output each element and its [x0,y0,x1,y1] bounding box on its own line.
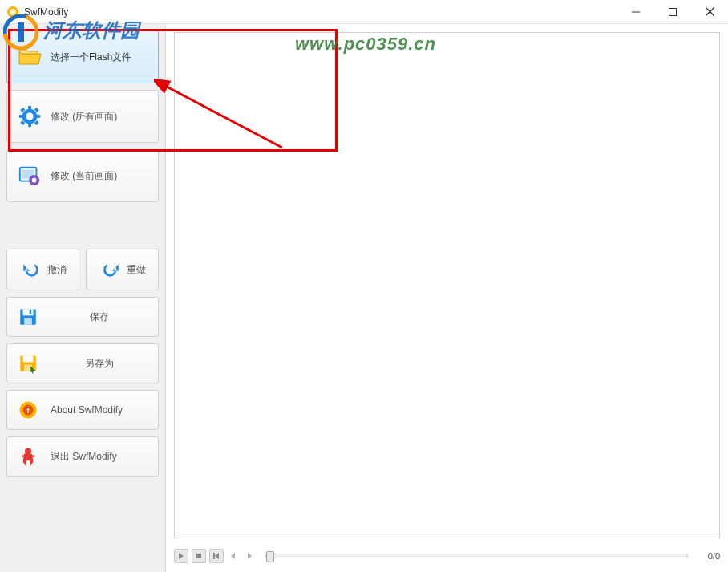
frame-counter: 0/0 [698,551,720,561]
main-area: 选择一个Flash文件 修改 (所有画面) [0,24,728,572]
svg-rect-32 [196,554,201,558]
exit-icon [17,445,39,468]
modify-current-button[interactable]: 修改 (当前画面) [6,149,159,202]
folder-icon [17,44,42,70]
window-title: SwfModify [24,6,68,18]
save-as-icon [17,352,39,375]
play-button[interactable] [174,549,188,563]
stop-button[interactable] [192,549,206,563]
svg-rect-21 [23,309,34,315]
save-as-button[interactable]: 另存为 [6,343,159,383]
select-flash-button[interactable]: 选择一个Flash文件 [6,30,159,83]
svg-point-1 [10,9,16,15]
maximize-button[interactable] [654,0,691,23]
modify-current-label: 修改 (当前画面) [51,169,148,183]
gear-icon [17,103,42,129]
svg-rect-33 [213,553,215,559]
svg-rect-10 [19,115,23,118]
save-icon [17,306,39,328]
redo-icon [99,258,122,281]
save-button[interactable]: 保存 [6,297,159,337]
svg-rect-9 [28,123,31,127]
redo-button[interactable]: 重做 [86,249,159,290]
playbar: 0/0 [174,546,720,566]
redo-label: 重做 [127,263,146,277]
first-frame-button[interactable] [209,549,224,563]
exit-label: 退出 SwfModify [51,450,148,464]
svg-rect-25 [23,355,34,362]
frame-gear-icon [17,163,42,189]
svg-point-19 [32,178,37,183]
save-label: 保存 [51,310,148,324]
svg-rect-23 [30,310,31,314]
close-button[interactable] [691,0,728,23]
modify-all-button[interactable]: 修改 (所有画面) [6,90,159,143]
svg-rect-8 [28,106,31,110]
svg-point-7 [26,112,33,120]
about-label: About SwfModify [51,404,148,416]
svg-rect-22 [24,318,32,325]
sidebar: 选择一个Flash文件 修改 (所有画面) [0,24,166,572]
content-area: 0/0 [166,24,728,572]
about-icon: f [17,399,39,421]
svg-rect-31 [22,455,34,456]
next-frame-button[interactable] [243,549,256,563]
spacer [6,209,159,242]
undo-button[interactable]: 撤消 [6,249,79,290]
titlebar: SwfModify [0,0,728,24]
exit-button[interactable]: 退出 SwfModify [6,436,159,477]
modify-all-label: 修改 (所有画面) [51,110,148,124]
app-icon [6,6,19,18]
minimize-button[interactable] [617,0,654,23]
undo-icon [20,258,42,281]
save-as-label: 另存为 [51,357,148,371]
window-controls [617,0,728,23]
svg-rect-11 [36,115,40,118]
select-flash-label: 选择一个Flash文件 [51,51,148,64]
undo-redo-row: 撤消 重做 [6,249,159,290]
about-button[interactable]: f About SwfModify [6,390,159,430]
svg-rect-3 [669,8,677,15]
preview-pane [174,32,720,538]
undo-label: 撤消 [47,263,67,277]
prev-frame-button[interactable] [227,549,240,563]
slider-thumb[interactable] [266,551,274,562]
timeline-slider[interactable] [265,554,688,558]
